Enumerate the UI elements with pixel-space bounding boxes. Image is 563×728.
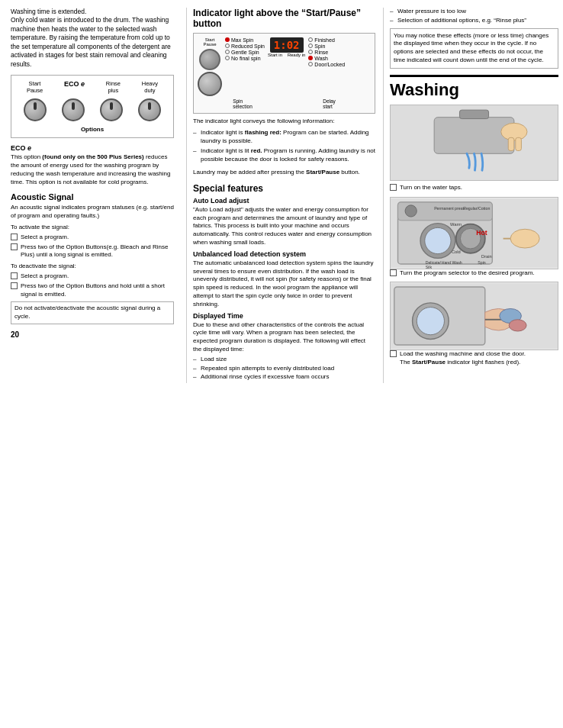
page-number: 20 <box>11 330 174 339</box>
label-start-pause: StartPause <box>27 80 43 94</box>
indicator-title: Indicator light above the “Start/Pause” … <box>193 8 375 30</box>
start-pause-display-btn[interactable] <box>199 49 220 70</box>
svg-point-16 <box>425 227 451 253</box>
svg-text:Hot: Hot <box>476 228 487 236</box>
display-bottom-labels: Spinselection Delaystart <box>198 98 371 109</box>
no-final-spin-option: No final spin <box>225 56 265 61</box>
auto-load-body: "Auto Load adjust" adjusts the water and… <box>193 206 375 247</box>
svg-text:Spin: Spin <box>478 260 486 265</box>
wash-dot <box>308 56 313 60</box>
displayed-time-item-1: Load size <box>193 356 375 364</box>
wash-option: Wash <box>308 56 345 61</box>
finished-option: Finished <box>308 37 345 43</box>
svg-rect-4 <box>508 137 514 150</box>
indicator-display: StartPause Max Spin Reduced Spin <box>193 33 375 114</box>
rinse-option: Rinse <box>308 50 345 55</box>
activate-step-1: Select a program. <box>11 234 174 242</box>
spin-option: Spin <box>308 43 345 49</box>
svg-text:Warm: Warm <box>450 222 462 227</box>
washing-step-1-text: Turn on the water taps. <box>400 184 462 192</box>
reduced-spin-dot <box>225 43 230 48</box>
left-column: Washing time is extended. Only cold wate… <box>11 8 179 383</box>
checkbox-1 <box>11 234 18 240</box>
deactivate-steps-list: Select a program. Press two of the Optio… <box>11 272 174 298</box>
max-spin-option: Max Spin <box>225 37 265 43</box>
svg-point-3 <box>501 123 527 140</box>
displayed-time-body: Due to these and other characteristics o… <box>193 321 375 354</box>
no-final-spin-dot <box>225 56 230 60</box>
right-intro-list: Water pressure is too low Selection of a… <box>390 8 558 25</box>
door-locked-option: Door/Locked <box>308 62 345 67</box>
acoustic-note: Do not activate/deactivate the acoustic … <box>11 301 174 324</box>
control-panel-box: StartPause ECO e Rinseplus Heavyduty Opt… <box>11 75 174 138</box>
displayed-time-item-2: Repeated spin attempts to evenly distrib… <box>193 365 375 373</box>
displayed-time-heading: Displayed Time <box>193 312 375 320</box>
washing-svg-2: Hot Warm Cold Drain Permanent press Regu… <box>391 198 558 269</box>
options-label: Options <box>16 126 169 133</box>
indicator-desc: The indicator light conveys the followin… <box>193 118 375 126</box>
control-panel-labels: StartPause ECO e Rinseplus Heavyduty <box>16 80 169 94</box>
svg-text:Silk: Silk <box>426 264 433 268</box>
activate-step-2: Press two of the Option Buttons(e.g. Ble… <box>11 243 174 260</box>
display-row: StartPause Max Spin Reduced Spin <box>198 37 371 96</box>
svg-text:Regular/Cotton: Regular/Cotton <box>463 205 490 210</box>
deactivate-step-1: Select a program. <box>11 272 174 281</box>
display-options: Max Spin Reduced Spin Gentle Spin N <box>225 37 265 61</box>
control-knobs <box>16 97 169 124</box>
right-intro-item-1: Water pressure is too low <box>390 8 558 16</box>
knob-eco[interactable] <box>62 98 85 121</box>
washing-checkbox-3 <box>390 350 397 357</box>
displayed-time-item-3: Additional rinse cycles if excessive foa… <box>193 373 375 382</box>
spin-knob-display[interactable] <box>198 72 222 96</box>
door-locked-dot <box>308 62 313 66</box>
auto-load-heading: Auto Load adjust <box>193 197 375 205</box>
label-rinse-plus: Rinseplus <box>106 80 121 94</box>
unbalanced-body: The automatic unbalanced load detection … <box>193 259 375 309</box>
spin-dot <box>308 43 313 48</box>
start-pause-disp-label: StartPause <box>203 37 216 47</box>
washing-step-2: Turn the program selector to the desired… <box>390 269 558 278</box>
washing-step-2-text: Turn the program selector to the desired… <box>400 269 535 278</box>
indicator-add-text: Laundry may be added after pressing the … <box>193 169 375 177</box>
knob-start-pause[interactable] <box>24 98 47 121</box>
deactivate-label: To deactivate the signal: <box>11 263 174 271</box>
activate-steps-list: Select a program. Press two of the Optio… <box>11 234 174 259</box>
washing-checkbox-2 <box>390 269 397 276</box>
right-intro-item-2: Selection of additional options, e.g. “R… <box>390 17 558 25</box>
washing-step-3: Load the washing machine and close the d… <box>390 350 558 367</box>
displayed-time-list: Load size Repeated spin attempts to even… <box>193 356 375 382</box>
indicator-items-list: Indicator light is flashing red: Program… <box>193 129 375 164</box>
indicator-item-2: Indicator light is lit red. Program is r… <box>193 147 375 164</box>
deactivate-step-2: Press two of the Option Buttons and hold… <box>11 282 174 299</box>
eco-section: ECO e This option (found only on the 500… <box>11 144 174 186</box>
activate-label: To activate the signal: <box>11 224 174 232</box>
washing-checkbox-1 <box>390 184 397 191</box>
eco-heading: ECO e <box>11 144 174 152</box>
delay-start-label: Delaystart <box>323 98 336 109</box>
svg-rect-2 <box>459 110 488 118</box>
checkbox-2 <box>11 243 18 250</box>
acoustic-section: Acoustic Signal An acoustic signal indic… <box>11 192 174 324</box>
status-start-in: Start in Ready in <box>268 53 305 57</box>
time-block: 1:02 Start in Ready in <box>268 37 305 57</box>
washing-svg-3 <box>391 282 558 350</box>
knob-rinse-plus[interactable] <box>100 98 123 121</box>
svg-point-18 <box>510 229 539 248</box>
unbalanced-heading: Unbalanced load detection system <box>193 250 375 258</box>
washing-step-3-text: Load the washing machine and close the d… <box>400 350 526 367</box>
special-section: Special features Auto Load adjust "Auto … <box>193 183 375 382</box>
acoustic-title: Acoustic Signal <box>11 192 174 201</box>
eco-body: This option (found only on the 500 Plus … <box>11 153 174 186</box>
notice-box: You may notice these effects (more or le… <box>390 28 558 69</box>
spin-selection-label: Spinselection <box>233 98 253 109</box>
svg-rect-5 <box>516 137 522 150</box>
washing-illustration-2: Hot Warm Cold Drain Permanent press Regu… <box>390 197 558 269</box>
gentle-spin-dot <box>225 50 230 54</box>
svg-point-30 <box>509 320 526 331</box>
gentle-spin-option: Gentle Spin <box>225 50 265 55</box>
washing-title: Washing <box>390 75 558 100</box>
checkbox-3 <box>11 272 18 279</box>
knob-heavy-duty[interactable] <box>138 98 161 121</box>
washing-illustration-1 <box>390 105 558 181</box>
display-time: 1:02 <box>270 37 304 53</box>
